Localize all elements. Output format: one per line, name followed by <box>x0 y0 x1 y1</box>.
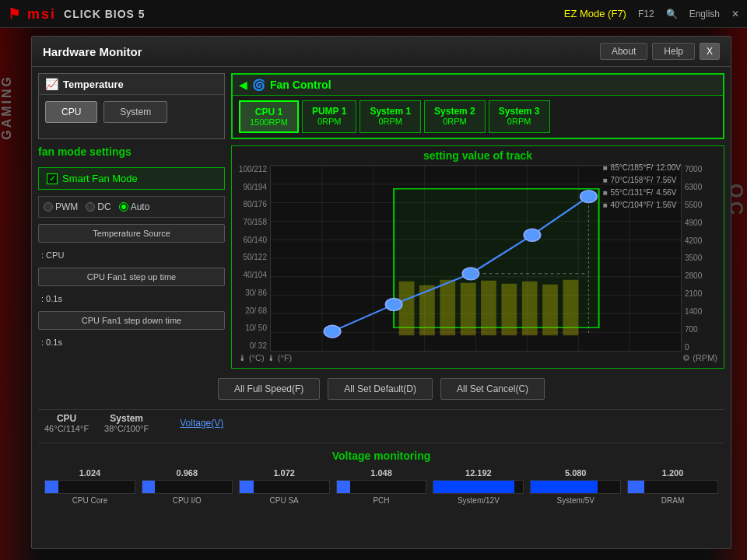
rpm-0: 0 <box>685 343 721 352</box>
y-label-1: 90/194 <box>243 183 267 191</box>
voltage-cpu-core-bar-container <box>44 480 135 494</box>
radio-auto-dot <box>121 205 126 209</box>
voltage-system5v-bar-container <box>530 480 621 494</box>
y-label-6: 40/104 <box>243 271 267 279</box>
close-window-button[interactable]: X <box>700 43 720 60</box>
ez-mode[interactable]: EZ Mode (F7) <box>564 8 626 19</box>
y-label-3: 70/158 <box>243 218 267 226</box>
system-temp-label: System <box>104 413 149 424</box>
rpm-5500: 5500 <box>685 201 721 209</box>
svg-rect-20 <box>440 280 455 335</box>
voltage-bars: 1.024 CPU Core 0.968 CPU I/O <box>44 468 718 505</box>
legend-value-1: 12.00V <box>656 163 681 172</box>
fan-tab-pump1-label: PUMP 1 <box>312 106 346 117</box>
voltage-title: Voltage monitoring <box>44 450 718 462</box>
fan-icon: 🌀 <box>252 79 265 91</box>
svg-rect-22 <box>481 281 496 335</box>
voltage-system12v-bar-container <box>433 480 524 494</box>
cpu-temp-button[interactable]: CPU <box>45 101 97 123</box>
fan-tab-system3[interactable]: System 3 0RPM <box>489 100 550 133</box>
voltage-cpu-sa-bar <box>240 481 254 493</box>
step-up-value: : 0.1s <box>38 292 225 305</box>
voltage-cpu-sa-value: 1.072 <box>273 468 295 478</box>
step-down-button[interactable]: CPU Fan1 step down time <box>38 311 225 330</box>
help-button[interactable]: Help <box>652 43 695 60</box>
y-label-5: 50/122 <box>243 253 267 261</box>
svg-point-28 <box>386 299 402 311</box>
bios-title: CLICK BIOS 5 <box>64 8 146 20</box>
rpm-6300: 6300 <box>685 183 721 191</box>
svg-point-27 <box>324 325 341 338</box>
smart-fan-mode-box[interactable]: ✓ Smart Fan Mode <box>38 167 225 190</box>
voltage-cpu-sa-bar-container <box>239 480 330 494</box>
radio-auto[interactable]: Auto <box>119 201 150 212</box>
fan-tab-system2[interactable]: System 2 0RPM <box>424 100 486 133</box>
temperature-buttons: CPU System <box>39 95 224 129</box>
radio-auto-circle[interactable] <box>119 202 128 212</box>
voltage-cpu-io: 0.968 CPU I/O <box>142 468 233 505</box>
voltage-system12v-value: 12.192 <box>465 468 492 478</box>
close-topbar-icon[interactable]: ✕ <box>731 9 739 19</box>
f12-label[interactable]: F12 <box>638 9 654 19</box>
voltage-link[interactable]: Voltage(V) <box>180 418 223 429</box>
topbar: ⚑ msi CLICK BIOS 5 EZ Mode (F7) F12 🔍 En… <box>0 0 747 28</box>
voltage-pch: 1.048 PCH <box>336 468 427 505</box>
smart-fan-label: Smart Fan Mode <box>62 173 138 184</box>
system-temp-button[interactable]: System <box>103 101 167 123</box>
fan-control-header: ◀ 🌀 Fan Control <box>233 75 723 96</box>
left-controls: fan mode settings ✓ Smart Fan Mode PWM <box>38 145 225 369</box>
hw-window-buttons: About Help X <box>600 43 720 60</box>
radio-dc[interactable]: DC <box>86 201 110 212</box>
radio-auto-label: Auto <box>131 201 150 212</box>
legend-item-1: ■ 85°C/185°F/ 12.00V <box>603 163 681 172</box>
temp-color-legend: ■ 85°C/185°F/ 12.00V ■ 70°C/158°F/ 7.56V… <box>603 163 681 209</box>
voltage-pch-value: 1.048 <box>370 468 392 478</box>
radio-pwm[interactable]: PWM <box>44 201 78 212</box>
hw-content: 📈 Temperature CPU System ◀ 🌀 Fan Control <box>32 67 731 517</box>
voltage-system5v: 5.080 System/5V <box>530 468 621 505</box>
all-full-speed-button[interactable]: All Full Speed(F) <box>218 378 320 400</box>
fan-tab-system2-label: System 2 <box>434 106 475 117</box>
voltage-pch-label: PCH <box>373 496 389 505</box>
svg-point-30 <box>524 229 540 241</box>
hw-titlebar: Hardware Monitor About Help X <box>32 37 731 67</box>
smart-fan-checkbox[interactable]: ✓ <box>47 173 58 184</box>
temperature-panel: 📈 Temperature CPU System <box>38 73 225 139</box>
svg-rect-26 <box>563 280 578 335</box>
legend-label-1: 85°C/185°F/ <box>611 163 654 172</box>
y-label-7: 30/ 86 <box>245 289 267 297</box>
fan-tab-system1[interactable]: System 1 0RPM <box>359 100 421 133</box>
radio-dc-circle[interactable] <box>86 202 95 212</box>
legend-label-2: 70°C/158°F/ <box>611 176 654 184</box>
voltage-system5v-value: 5.080 <box>565 468 587 478</box>
voltage-system12v: 12.192 System/12V <box>433 468 524 505</box>
legend-value-3: 4.56V <box>656 188 676 197</box>
all-set-cancel-button[interactable]: All Set Cancel(C) <box>440 378 545 400</box>
y-label-4: 60/140 <box>243 236 267 244</box>
rpm-4200: 4200 <box>685 236 721 245</box>
fan-tab-cpu1[interactable]: CPU 1 1500RPM <box>239 100 299 133</box>
voltage-dram-label: DRAM <box>661 496 684 505</box>
radio-dc-label: DC <box>97 201 110 212</box>
fan-tab-pump1[interactable]: PUMP 1 0RPM <box>302 100 356 133</box>
voltage-dram-value: 1.200 <box>662 468 684 478</box>
temp-source-button[interactable]: Temperature Source <box>38 224 225 243</box>
voltage-cpu-sa: 1.072 CPU SA <box>239 468 330 505</box>
rpm-700: 700 <box>685 325 721 334</box>
all-set-default-button[interactable]: All Set Default(D) <box>328 378 433 400</box>
voltage-cpu-core-bar <box>45 481 58 493</box>
step-up-button[interactable]: CPU Fan1 step up time <box>38 268 225 286</box>
top-row: 📈 Temperature CPU System ◀ 🌀 Fan Control <box>38 73 724 139</box>
language-label[interactable]: English <box>689 9 720 19</box>
system-temp-display: System 38°C/100°F <box>104 413 149 433</box>
svg-rect-23 <box>501 284 517 335</box>
rpm-4900: 4900 <box>685 219 721 227</box>
voltage-system5v-bar <box>531 481 598 493</box>
y-label-10: 0/ 32 <box>250 341 267 350</box>
fan-tab-system3-label: System 3 <box>499 106 540 117</box>
about-button[interactable]: About <box>600 43 647 60</box>
hardware-monitor-window: Hardware Monitor About Help X 📈 Temperat… <box>31 36 731 549</box>
radio-pwm-circle[interactable] <box>44 202 53 212</box>
voltage-cpu-core: 1.024 CPU Core <box>44 468 135 505</box>
topbar-right: EZ Mode (F7) F12 🔍 English ✕ <box>564 8 739 19</box>
